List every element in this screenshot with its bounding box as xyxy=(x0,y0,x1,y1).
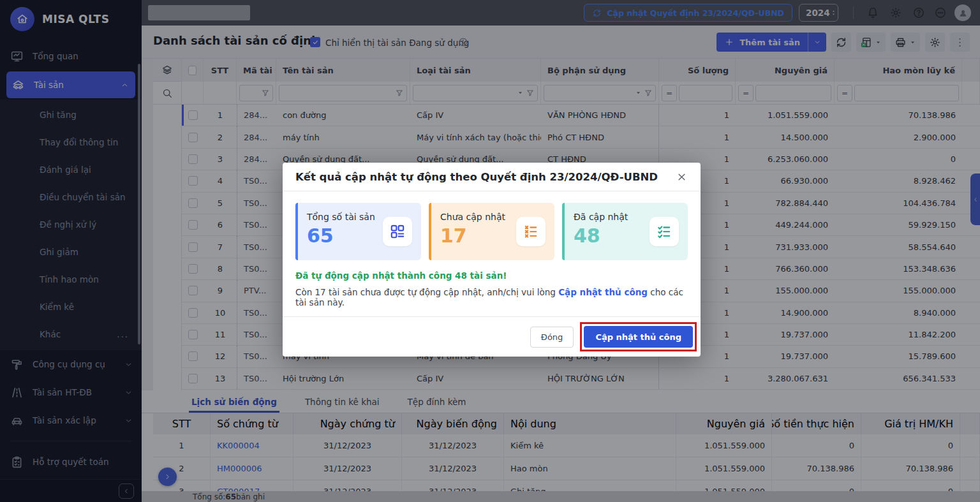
update-result-modal: Kết quả cập nhật tự động theo Quyết định… xyxy=(283,163,701,357)
check-list-icon xyxy=(650,217,679,246)
success-message: Đã tự động cập nhật thành công 48 tài sả… xyxy=(295,270,688,281)
stat-card: Chưa cập nhật17 xyxy=(429,203,554,260)
app-root: MISA QLTS Tổng quanTài sảnGhi tăngThay đ… xyxy=(0,0,980,502)
stat-card: Tổng số tài sản65 xyxy=(295,203,421,260)
modal-body-text: Còn 17 tài sản chưa được tự động cập nhậ… xyxy=(295,287,688,307)
modal-footer: Đóng Cập nhật thủ công xyxy=(283,316,701,357)
stat-card: Đã cập nhật48 xyxy=(562,203,688,260)
manual-update-button[interactable]: Cập nhật thủ công xyxy=(584,326,693,348)
grid-tiles-icon xyxy=(383,217,412,246)
body-prefix: Còn 17 tài sản chưa được tự động cập nhậ… xyxy=(295,287,558,297)
x-list-icon xyxy=(516,217,546,246)
close-button[interactable]: Đóng xyxy=(530,327,574,348)
modal-title: Kết quả cập nhật tự động theo Quyết định… xyxy=(295,171,676,183)
annotation-highlight: Cập nhật thủ công xyxy=(580,322,697,351)
manual-update-link[interactable]: Cập nhật thủ công xyxy=(558,287,648,297)
modal-stat-cards: Tổng số tài sản65Chưa cập nhật17Đã cập n… xyxy=(283,191,701,260)
modal-header: Kết quả cập nhật tự động theo Quyết định… xyxy=(283,163,701,191)
close-icon[interactable] xyxy=(676,171,688,183)
